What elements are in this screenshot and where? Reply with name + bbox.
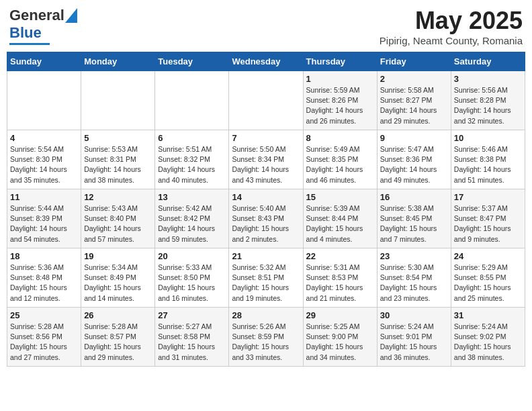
calendar-cell: 13Sunrise: 5:42 AM Sunset: 8:42 PM Dayli… xyxy=(155,189,229,248)
calendar-cell: 4Sunrise: 5:54 AM Sunset: 8:30 PM Daylig… xyxy=(7,130,81,189)
day-number: 7 xyxy=(232,133,300,143)
calendar-week-row: 4Sunrise: 5:54 AM Sunset: 8:30 PM Daylig… xyxy=(7,130,525,189)
logo-blue-text: Blue xyxy=(9,24,42,42)
calendar-cell: 30Sunrise: 5:24 AM Sunset: 9:01 PM Dayli… xyxy=(377,308,451,367)
day-info: Sunrise: 5:32 AM Sunset: 8:51 PM Dayligh… xyxy=(232,263,289,302)
day-info: Sunrise: 5:30 AM Sunset: 8:54 PM Dayligh… xyxy=(380,263,437,302)
day-info: Sunrise: 5:38 AM Sunset: 8:45 PM Dayligh… xyxy=(380,204,437,243)
location-subtitle: Pipirig, Neamt County, Romania xyxy=(380,35,523,46)
day-number: 17 xyxy=(454,192,522,202)
calendar-cell: 18Sunrise: 5:36 AM Sunset: 8:48 PM Dayli… xyxy=(7,248,81,308)
day-number: 10 xyxy=(454,133,522,143)
calendar-cell: 29Sunrise: 5:25 AM Sunset: 9:00 PM Dayli… xyxy=(303,308,377,367)
svg-marker-0 xyxy=(65,8,77,23)
day-info: Sunrise: 5:33 AM Sunset: 8:50 PM Dayligh… xyxy=(158,263,215,302)
day-number: 5 xyxy=(84,133,152,143)
day-number: 31 xyxy=(454,310,522,320)
column-header-tuesday: Tuesday xyxy=(155,52,229,71)
day-info: Sunrise: 5:34 AM Sunset: 8:49 PM Dayligh… xyxy=(84,263,141,302)
calendar-cell: 5Sunrise: 5:53 AM Sunset: 8:31 PM Daylig… xyxy=(81,130,155,189)
day-info: Sunrise: 5:28 AM Sunset: 8:56 PM Dayligh… xyxy=(10,322,67,361)
day-number: 30 xyxy=(380,310,448,320)
day-number: 8 xyxy=(306,133,374,143)
day-info: Sunrise: 5:59 AM Sunset: 8:26 PM Dayligh… xyxy=(306,86,363,125)
calendar-cell: 19Sunrise: 5:34 AM Sunset: 8:49 PM Dayli… xyxy=(81,248,155,308)
day-number: 6 xyxy=(158,133,226,143)
calendar-cell: 27Sunrise: 5:27 AM Sunset: 8:58 PM Dayli… xyxy=(155,308,229,367)
logo-triangle-icon xyxy=(65,8,77,23)
day-info: Sunrise: 5:28 AM Sunset: 8:57 PM Dayligh… xyxy=(84,322,141,361)
calendar-week-row: 11Sunrise: 5:44 AM Sunset: 8:39 PM Dayli… xyxy=(7,189,525,248)
calendar-cell: 10Sunrise: 5:46 AM Sunset: 8:38 PM Dayli… xyxy=(451,130,525,189)
day-info: Sunrise: 5:51 AM Sunset: 8:32 PM Dayligh… xyxy=(158,145,215,184)
calendar-cell xyxy=(229,71,303,130)
title-block: May 2025 Pipirig, Neamt County, Romania xyxy=(380,7,523,46)
column-header-thursday: Thursday xyxy=(303,52,377,71)
day-number: 13 xyxy=(158,192,226,202)
day-number: 12 xyxy=(84,192,152,202)
day-number: 3 xyxy=(454,74,522,84)
day-number: 25 xyxy=(10,310,78,320)
calendar-cell: 25Sunrise: 5:28 AM Sunset: 8:56 PM Dayli… xyxy=(7,308,81,367)
day-number: 19 xyxy=(84,251,152,261)
calendar-cell: 3Sunrise: 5:56 AM Sunset: 8:28 PM Daylig… xyxy=(451,71,525,130)
day-number: 29 xyxy=(306,310,374,320)
day-number: 9 xyxy=(380,133,448,143)
day-info: Sunrise: 5:49 AM Sunset: 8:35 PM Dayligh… xyxy=(306,145,363,184)
calendar-cell: 28Sunrise: 5:26 AM Sunset: 8:59 PM Dayli… xyxy=(229,308,303,367)
day-number: 23 xyxy=(380,251,448,261)
day-info: Sunrise: 5:24 AM Sunset: 9:02 PM Dayligh… xyxy=(454,322,511,361)
day-number: 27 xyxy=(158,310,226,320)
calendar-cell: 20Sunrise: 5:33 AM Sunset: 8:50 PM Dayli… xyxy=(155,248,229,308)
day-number: 14 xyxy=(232,192,300,202)
calendar-cell xyxy=(7,71,81,130)
day-number: 20 xyxy=(158,251,226,261)
day-info: Sunrise: 5:44 AM Sunset: 8:39 PM Dayligh… xyxy=(10,204,67,243)
calendar-cell xyxy=(81,71,155,130)
calendar-cell: 7Sunrise: 5:50 AM Sunset: 8:34 PM Daylig… xyxy=(229,130,303,189)
calendar-cell: 26Sunrise: 5:28 AM Sunset: 8:57 PM Dayli… xyxy=(81,308,155,367)
day-info: Sunrise: 5:26 AM Sunset: 8:59 PM Dayligh… xyxy=(232,322,289,361)
calendar-cell: 8Sunrise: 5:49 AM Sunset: 8:35 PM Daylig… xyxy=(303,130,377,189)
calendar-cell: 24Sunrise: 5:29 AM Sunset: 8:55 PM Dayli… xyxy=(451,248,525,308)
day-number: 26 xyxy=(84,310,152,320)
calendar-cell: 1Sunrise: 5:59 AM Sunset: 8:26 PM Daylig… xyxy=(303,71,377,130)
calendar-cell: 31Sunrise: 5:24 AM Sunset: 9:02 PM Dayli… xyxy=(451,308,525,367)
calendar-cell: 22Sunrise: 5:31 AM Sunset: 8:53 PM Dayli… xyxy=(303,248,377,308)
calendar-cell: 2Sunrise: 5:58 AM Sunset: 8:27 PM Daylig… xyxy=(377,71,451,130)
calendar-cell: 6Sunrise: 5:51 AM Sunset: 8:32 PM Daylig… xyxy=(155,130,229,189)
day-info: Sunrise: 5:40 AM Sunset: 8:43 PM Dayligh… xyxy=(232,204,289,243)
calendar-header-row: SundayMondayTuesdayWednesdayThursdayFrid… xyxy=(7,52,525,71)
column-header-friday: Friday xyxy=(377,52,451,71)
calendar-cell: 23Sunrise: 5:30 AM Sunset: 8:54 PM Dayli… xyxy=(377,248,451,308)
day-info: Sunrise: 5:42 AM Sunset: 8:42 PM Dayligh… xyxy=(158,204,215,243)
column-header-monday: Monday xyxy=(81,52,155,71)
day-info: Sunrise: 5:27 AM Sunset: 8:58 PM Dayligh… xyxy=(158,322,215,361)
day-number: 22 xyxy=(306,251,374,261)
day-info: Sunrise: 5:43 AM Sunset: 8:40 PM Dayligh… xyxy=(84,204,141,243)
day-info: Sunrise: 5:29 AM Sunset: 8:55 PM Dayligh… xyxy=(454,263,511,302)
calendar-cell xyxy=(155,71,229,130)
month-year-title: May 2025 xyxy=(380,7,523,35)
column-header-wednesday: Wednesday xyxy=(229,52,303,71)
day-number: 2 xyxy=(380,74,448,84)
day-info: Sunrise: 5:25 AM Sunset: 9:00 PM Dayligh… xyxy=(306,322,363,361)
logo: General Blue xyxy=(9,7,77,45)
day-number: 21 xyxy=(232,251,300,261)
calendar-cell: 9Sunrise: 5:47 AM Sunset: 8:36 PM Daylig… xyxy=(377,130,451,189)
calendar-cell: 11Sunrise: 5:44 AM Sunset: 8:39 PM Dayli… xyxy=(7,189,81,248)
day-info: Sunrise: 5:47 AM Sunset: 8:36 PM Dayligh… xyxy=(380,145,437,184)
column-header-saturday: Saturday xyxy=(451,52,525,71)
column-header-sunday: Sunday xyxy=(7,52,81,71)
day-info: Sunrise: 5:58 AM Sunset: 8:27 PM Dayligh… xyxy=(380,86,437,125)
logo-underline xyxy=(9,43,50,45)
calendar-cell: 15Sunrise: 5:39 AM Sunset: 8:44 PM Dayli… xyxy=(303,189,377,248)
day-number: 24 xyxy=(454,251,522,261)
calendar-cell: 21Sunrise: 5:32 AM Sunset: 8:51 PM Dayli… xyxy=(229,248,303,308)
day-info: Sunrise: 5:53 AM Sunset: 8:31 PM Dayligh… xyxy=(84,145,141,184)
logo-general-text: General xyxy=(9,7,64,24)
calendar-week-row: 25Sunrise: 5:28 AM Sunset: 8:56 PM Dayli… xyxy=(7,308,525,367)
day-number: 16 xyxy=(380,192,448,202)
day-info: Sunrise: 5:24 AM Sunset: 9:01 PM Dayligh… xyxy=(380,322,437,361)
calendar-week-row: 1Sunrise: 5:59 AM Sunset: 8:26 PM Daylig… xyxy=(7,71,525,130)
